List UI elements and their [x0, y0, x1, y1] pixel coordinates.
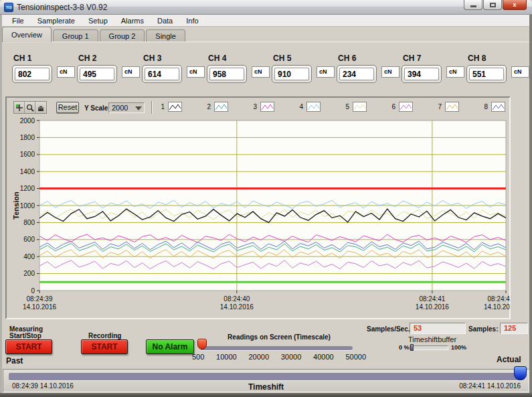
- channel-value: 234: [339, 68, 374, 80]
- app-window: TI3 Tensioninspect-3-8 V0.92 x FileSampl…: [0, 0, 532, 397]
- close-button[interactable]: x: [503, 0, 527, 10]
- svg-text:1200: 1200: [20, 185, 35, 192]
- samples-per-sec-label: Samples/Sec.:: [367, 325, 412, 333]
- legend-entry-3[interactable]: 3: [233, 102, 274, 112]
- window-border-right: [529, 15, 532, 397]
- crosshair-tool[interactable]: [14, 102, 25, 113]
- legend-entry-8[interactable]: 8: [464, 102, 505, 112]
- timeshiftbuffer-label: Timeshiftbuffer: [399, 335, 466, 343]
- yscale-dropdown[interactable]: 2000: [108, 102, 145, 113]
- measuring-label-line2: Start/Stop: [9, 332, 41, 339]
- title-bar[interactable]: TI3 Tensioninspect-3-8 V0.92 x: [0, 0, 532, 15]
- recording-start-button[interactable]: START: [81, 339, 128, 354]
- samples-label: Samples:: [468, 325, 498, 333]
- legend-entry-1[interactable]: 1: [141, 102, 182, 112]
- window-border-bottom: [0, 393, 532, 397]
- channel-unit: cN: [122, 66, 140, 78]
- reset-button[interactable]: Reset: [56, 102, 79, 113]
- channel-value-frame: 551: [466, 65, 507, 83]
- svg-text:2000: 2000: [20, 117, 35, 125]
- timescale-tick-20000: 20000: [248, 353, 269, 361]
- graph-tool-palette: [13, 101, 47, 114]
- maximize-button[interactable]: [483, 0, 502, 10]
- legend-swatch: [353, 102, 367, 112]
- timeshift-end-time: 08:24:41 14.10.2016: [459, 382, 521, 390]
- minimize-button[interactable]: [464, 0, 482, 10]
- timescale-tick-10000: 10000: [216, 353, 237, 361]
- channel-ch-2: CH 2495cN: [77, 54, 142, 83]
- legend-entry-4[interactable]: 4: [279, 102, 321, 112]
- channel-value-frame: 910: [272, 65, 312, 83]
- channel-ch-7: CH 7394cN: [402, 54, 466, 83]
- timescale-tick-40000: 40000: [313, 353, 334, 361]
- channel-value: 958: [209, 68, 244, 80]
- tab-group-2[interactable]: Group 2: [100, 29, 145, 42]
- channel-value: 394: [404, 68, 439, 80]
- channel-unit: cN: [252, 66, 270, 78]
- window-border-left: [0, 15, 2, 397]
- svg-text:Tension: Tension: [12, 191, 20, 220]
- svg-text:1800: 1800: [20, 134, 35, 141]
- timescale-slider-thumb[interactable]: [197, 339, 207, 349]
- svg-text:08:24:41: 08:24:41: [488, 295, 511, 303]
- chart-panel: Reset Y Scale 2000 12345678 020040060080…: [5, 96, 511, 319]
- menu-bar: FileSamplerateSetupAlarmsDataInfo: [0, 15, 532, 27]
- yscale-value: 2000: [112, 104, 128, 112]
- timeshift-label: Timeshift: [3, 382, 529, 392]
- tab-overview[interactable]: Overview: [2, 27, 52, 42]
- svg-text:14.10.2016: 14.10.2016: [23, 303, 56, 311]
- menu-item-file[interactable]: File: [5, 15, 31, 26]
- timescale-tick-50000: 50000: [345, 353, 366, 361]
- channel-ch-8: CH 8551cN: [466, 54, 531, 83]
- legend-entry-7[interactable]: 7: [418, 102, 459, 112]
- timescale-tick-labels: 5001000020000300004000050000: [192, 353, 366, 361]
- channel-label: CH 5: [273, 54, 337, 63]
- timeshift-slider-track[interactable]: [9, 373, 524, 380]
- pan-tool[interactable]: [35, 102, 46, 113]
- svg-text:1000: 1000: [20, 202, 35, 210]
- channel-value-frame: 802: [12, 65, 52, 83]
- svg-text:0: 0: [31, 287, 35, 295]
- channel-unit: cN: [511, 66, 529, 78]
- svg-text:08:24:41: 08:24:41: [419, 295, 445, 303]
- menu-item-info[interactable]: Info: [179, 15, 205, 26]
- menu-item-setup[interactable]: Setup: [82, 15, 114, 26]
- legend-swatch: [260, 102, 274, 112]
- svg-text:08:24:39: 08:24:39: [27, 295, 53, 303]
- menu-item-alarms[interactable]: Alarms: [114, 15, 151, 26]
- channel-unit: cN: [57, 66, 75, 78]
- channel-ch-4: CH 4958cN: [207, 54, 272, 83]
- alarm-status-indicator: No Alarm: [146, 339, 194, 354]
- svg-text:14.10.2016: 14.10.2016: [416, 303, 449, 311]
- channel-ch-3: CH 3614cN: [142, 54, 207, 83]
- tab-bar: OverviewGroup 1Group 2Single: [0, 27, 532, 42]
- channel-unit: cN: [187, 66, 205, 78]
- tab-single[interactable]: Single: [146, 29, 185, 42]
- menu-item-data[interactable]: Data: [151, 15, 179, 26]
- zoom-tool[interactable]: [25, 102, 35, 113]
- svg-text:800: 800: [23, 219, 35, 226]
- legend-number: 6: [391, 103, 395, 110]
- svg-text:14.10.2016: 14.10.2016: [220, 303, 254, 311]
- tab-group-1[interactable]: Group 1: [53, 29, 98, 42]
- timescale-label: Readings on Screen (Timescale): [192, 333, 366, 341]
- legend-entry-2[interactable]: 2: [187, 102, 228, 112]
- pan-tool-icon: [36, 103, 46, 112]
- channel-value: 910: [274, 68, 309, 80]
- crosshair-tool-icon: [15, 103, 24, 112]
- legend-swatch: [306, 102, 321, 112]
- timeshift-slider-thumb[interactable]: [514, 366, 527, 380]
- measuring-start-button[interactable]: START: [5, 339, 52, 354]
- channel-value-frame: 495: [77, 65, 117, 83]
- past-label: Past: [6, 356, 23, 366]
- timeshiftbuffer-thumb: [410, 344, 414, 351]
- channel-value-frame: 614: [142, 65, 182, 83]
- channel-unit: cN: [446, 66, 464, 78]
- menu-item-samplerate[interactable]: Samplerate: [31, 15, 82, 26]
- legend-entry-6[interactable]: 6: [371, 102, 413, 112]
- content-divider: [0, 42, 532, 43]
- timeshift-panel: 08:24:39 14.10.2016 Timeshift 08:24:41 1…: [3, 369, 529, 392]
- timescale-slider-track[interactable]: [200, 346, 353, 350]
- legend-entry-5[interactable]: 5: [325, 102, 367, 112]
- channel-ch-1: CH 1802cN: [12, 54, 77, 83]
